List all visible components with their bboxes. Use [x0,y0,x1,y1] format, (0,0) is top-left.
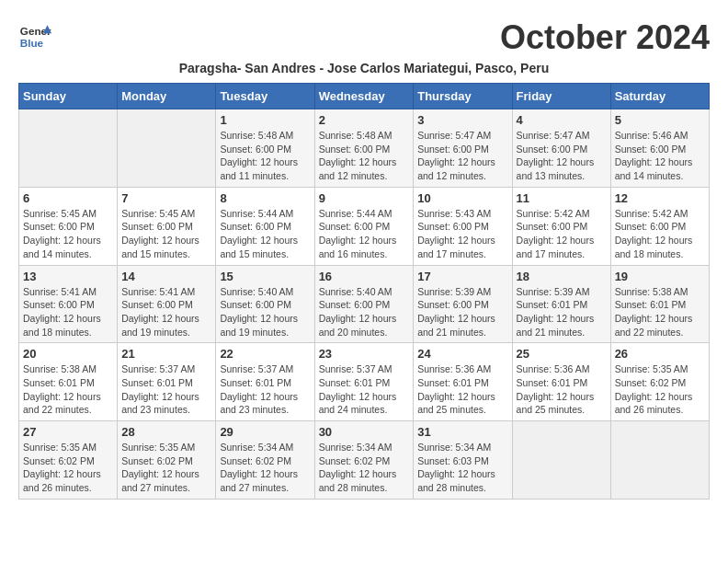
calendar-header: SundayMondayTuesdayWednesdayThursdayFrid… [19,84,710,109]
day-number: 25 [517,347,607,361]
calendar-cell: 13Sunrise: 5:41 AM Sunset: 6:00 PM Dayli… [19,265,118,343]
svg-text:Blue: Blue [20,37,44,49]
day-detail: Sunrise: 5:44 AM Sunset: 6:00 PM Dayligh… [220,207,310,261]
calendar-cell: 2Sunrise: 5:48 AM Sunset: 6:00 PM Daylig… [314,109,414,188]
calendar-cell: 21Sunrise: 5:37 AM Sunset: 6:01 PM Dayli… [118,343,216,421]
day-number: 4 [517,113,607,127]
day-detail: Sunrise: 5:44 AM Sunset: 6:00 PM Dayligh… [319,207,410,261]
calendar-body: 1Sunrise: 5:48 AM Sunset: 6:00 PM Daylig… [19,109,710,500]
weekday-header-friday: Friday [512,84,610,109]
weekday-header-saturday: Saturday [610,84,709,109]
day-detail: Sunrise: 5:45 AM Sunset: 6:00 PM Dayligh… [121,207,211,261]
day-number: 17 [417,270,507,283]
day-number: 29 [220,425,310,439]
day-detail: Sunrise: 5:36 AM Sunset: 6:01 PM Dayligh… [517,362,607,417]
day-number: 7 [121,191,211,205]
day-number: 16 [319,270,410,283]
calendar-cell: 4Sunrise: 5:47 AM Sunset: 6:00 PM Daylig… [512,109,610,188]
day-detail: Sunrise: 5:38 AM Sunset: 6:01 PM Dayligh… [23,362,113,417]
day-number: 22 [220,347,310,361]
day-detail: Sunrise: 5:37 AM Sunset: 6:01 PM Dayligh… [319,362,410,417]
calendar-cell: 6Sunrise: 5:45 AM Sunset: 6:00 PM Daylig… [19,187,118,265]
calendar-cell: 24Sunrise: 5:36 AM Sunset: 6:01 PM Dayli… [414,343,512,421]
day-detail: Sunrise: 5:39 AM Sunset: 6:00 PM Dayligh… [417,285,507,339]
day-detail: Sunrise: 5:41 AM Sunset: 6:00 PM Dayligh… [121,285,211,339]
day-detail: Sunrise: 5:35 AM Sunset: 6:02 PM Dayligh… [121,441,211,495]
weekday-header-monday: Monday [118,84,216,109]
day-number: 5 [615,113,705,127]
day-number: 13 [23,270,113,283]
day-detail: Sunrise: 5:42 AM Sunset: 6:00 PM Dayligh… [615,207,705,261]
day-detail: Sunrise: 5:35 AM Sunset: 6:02 PM Dayligh… [615,362,705,417]
weekday-header-thursday: Thursday [414,84,512,109]
day-number: 11 [517,191,607,205]
day-number: 19 [615,270,705,283]
calendar-cell: 11Sunrise: 5:42 AM Sunset: 6:00 PM Dayli… [512,187,610,265]
calendar-cell: 28Sunrise: 5:35 AM Sunset: 6:02 PM Dayli… [118,421,216,500]
day-number: 8 [220,191,310,205]
calendar-cell: 27Sunrise: 5:35 AM Sunset: 6:02 PM Dayli… [19,421,118,500]
calendar-cell [118,109,216,188]
calendar-cell: 31Sunrise: 5:34 AM Sunset: 6:03 PM Dayli… [414,421,512,500]
calendar-cell: 20Sunrise: 5:38 AM Sunset: 6:01 PM Dayli… [19,343,118,421]
calendar-cell [610,421,709,500]
day-number: 9 [319,191,410,205]
calendar-cell: 22Sunrise: 5:37 AM Sunset: 6:01 PM Dayli… [216,343,314,421]
calendar-cell: 1Sunrise: 5:48 AM Sunset: 6:00 PM Daylig… [216,109,314,188]
calendar-cell: 18Sunrise: 5:39 AM Sunset: 6:01 PM Dayli… [512,265,610,343]
day-detail: Sunrise: 5:34 AM Sunset: 6:02 PM Dayligh… [220,441,310,495]
calendar-cell [512,421,610,500]
day-detail: Sunrise: 5:45 AM Sunset: 6:00 PM Dayligh… [23,207,113,261]
day-detail: Sunrise: 5:48 AM Sunset: 6:00 PM Dayligh… [220,129,310,183]
day-detail: Sunrise: 5:42 AM Sunset: 6:00 PM Dayligh… [517,207,607,261]
weekday-header-sunday: Sunday [19,84,118,109]
calendar-cell: 26Sunrise: 5:35 AM Sunset: 6:02 PM Dayli… [610,343,709,421]
logo-icon: General Blue [18,18,51,52]
calendar-subtitle: Paragsha- San Andres - Jose Carlos Maria… [18,61,710,75]
calendar-cell: 5Sunrise: 5:46 AM Sunset: 6:00 PM Daylig… [610,109,709,188]
day-detail: Sunrise: 5:47 AM Sunset: 6:00 PM Dayligh… [417,129,507,183]
day-number: 14 [121,270,211,283]
day-number: 3 [417,113,507,127]
calendar-cell: 17Sunrise: 5:39 AM Sunset: 6:00 PM Dayli… [414,265,512,343]
calendar-cell: 25Sunrise: 5:36 AM Sunset: 6:01 PM Dayli… [512,343,610,421]
day-number: 24 [417,347,507,361]
day-detail: Sunrise: 5:36 AM Sunset: 6:01 PM Dayligh… [417,362,507,417]
day-number: 31 [417,425,507,439]
day-number: 1 [220,113,310,127]
calendar-cell: 7Sunrise: 5:45 AM Sunset: 6:00 PM Daylig… [118,187,216,265]
day-detail: Sunrise: 5:48 AM Sunset: 6:00 PM Dayligh… [319,129,410,183]
day-detail: Sunrise: 5:34 AM Sunset: 6:03 PM Dayligh… [417,441,507,495]
calendar-cell: 9Sunrise: 5:44 AM Sunset: 6:00 PM Daylig… [314,187,414,265]
day-number: 30 [319,425,410,439]
day-number: 18 [517,270,607,283]
day-detail: Sunrise: 5:34 AM Sunset: 6:02 PM Dayligh… [319,441,410,495]
calendar-cell: 16Sunrise: 5:40 AM Sunset: 6:00 PM Dayli… [314,265,414,343]
calendar-cell: 10Sunrise: 5:43 AM Sunset: 6:00 PM Dayli… [414,187,512,265]
calendar-cell: 23Sunrise: 5:37 AM Sunset: 6:01 PM Dayli… [314,343,414,421]
calendar-table: SundayMondayTuesdayWednesdayThursdayFrid… [18,83,710,500]
calendar-cell: 8Sunrise: 5:44 AM Sunset: 6:00 PM Daylig… [216,187,314,265]
day-number: 28 [121,425,211,439]
logo: General Blue [18,18,51,52]
calendar-cell: 29Sunrise: 5:34 AM Sunset: 6:02 PM Dayli… [216,421,314,500]
day-detail: Sunrise: 5:39 AM Sunset: 6:01 PM Dayligh… [517,285,607,339]
day-detail: Sunrise: 5:38 AM Sunset: 6:01 PM Dayligh… [615,285,705,339]
calendar-cell: 19Sunrise: 5:38 AM Sunset: 6:01 PM Dayli… [610,265,709,343]
day-detail: Sunrise: 5:46 AM Sunset: 6:00 PM Dayligh… [615,129,705,183]
day-number: 12 [615,191,705,205]
day-number: 27 [23,425,113,439]
day-number: 10 [417,191,507,205]
day-number: 23 [319,347,410,361]
day-detail: Sunrise: 5:37 AM Sunset: 6:01 PM Dayligh… [121,362,211,417]
day-detail: Sunrise: 5:40 AM Sunset: 6:00 PM Dayligh… [319,285,410,339]
calendar-cell: 3Sunrise: 5:47 AM Sunset: 6:00 PM Daylig… [414,109,512,188]
day-number: 6 [23,191,113,205]
day-number: 20 [23,347,113,361]
calendar-cell: 30Sunrise: 5:34 AM Sunset: 6:02 PM Dayli… [314,421,414,500]
calendar-cell: 15Sunrise: 5:40 AM Sunset: 6:00 PM Dayli… [216,265,314,343]
day-detail: Sunrise: 5:37 AM Sunset: 6:01 PM Dayligh… [220,362,310,417]
month-title: October 2024 [500,18,710,57]
day-detail: Sunrise: 5:35 AM Sunset: 6:02 PM Dayligh… [23,441,113,495]
day-detail: Sunrise: 5:41 AM Sunset: 6:00 PM Dayligh… [23,285,113,339]
